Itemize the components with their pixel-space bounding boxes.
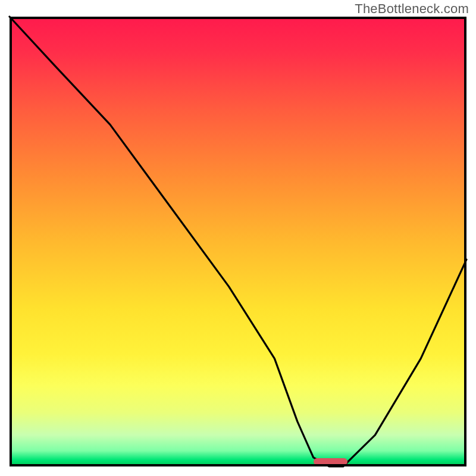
bottleneck-curve-path [10, 17, 466, 466]
watermark-text: TheBottleneck.com [355, 1, 469, 17]
curve-svg [10, 17, 466, 466]
chart-container: TheBottleneck.com [0, 0, 476, 476]
optimal-range-marker [314, 458, 348, 465]
plot-area [10, 17, 466, 466]
